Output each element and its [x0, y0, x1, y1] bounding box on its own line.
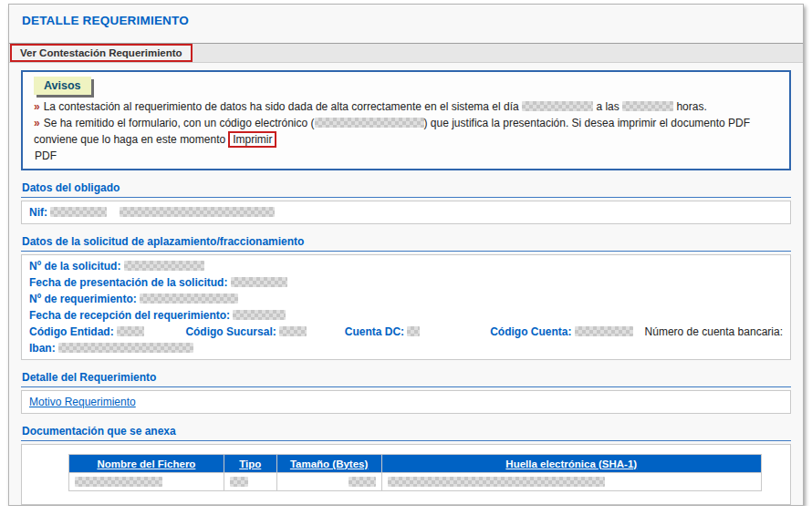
redacted-sha1-value — [388, 477, 605, 487]
codigo-entidad-label: Código Entidad: — [29, 325, 114, 338]
col-header-huella-sha1[interactable]: Huella electrónica (SHA-1) — [381, 455, 762, 473]
tab-bar: Ver Contestación Requerimiento — [9, 43, 803, 63]
imprimir-pdf-link-wrap[interactable]: PDF — [35, 148, 780, 164]
iban-row: Iban: — [29, 340, 783, 356]
section-heading-documentacion: Documentación que se anexa — [21, 423, 791, 441]
num-requerimiento-label: Nº de requerimiento: — [29, 293, 137, 305]
col-header-tamano-bytes[interactable]: Tamaño (Bytes) — [276, 455, 381, 473]
redacted-time-value — [622, 101, 673, 111]
num-solicitud-label: Nº de la solicitud: — [29, 260, 120, 273]
nif-row: Nif: — [29, 204, 783, 221]
codigo-cuenta-segment: Código Cuenta: — [490, 324, 644, 340]
notice-formulario-remitido: »Se ha remitido el formulario, con un có… — [34, 115, 780, 164]
fecha-presentacion-label: Fecha de presentación de la solicitud: — [29, 276, 227, 289]
redacted-cuenta-dc — [407, 326, 420, 336]
section-heading-datos-solicitud: Datos de la solicitud de aplazamiento/fr… — [21, 233, 791, 252]
section-heading-datos-obligado: Datos del obligado — [21, 180, 791, 198]
anexo-table-body — [69, 473, 762, 491]
redacted-obligado-name — [120, 207, 275, 217]
col-header-nombre-fichero[interactable]: Nombre del Fichero — [69, 455, 224, 473]
fecha-recepcion-row: Fecha de recepción del requerimiento: — [29, 307, 783, 324]
fecha-presentacion-row: Fecha de presentación de la solicitud: — [29, 274, 783, 291]
detalle-requerimiento-page: DETALLE REQUERIMIENTO Ver Contestación R… — [8, 4, 804, 506]
redacted-file-type — [230, 477, 248, 487]
bullet-arrow-icon: » — [34, 117, 40, 129]
redacted-codigo-entidad — [117, 326, 144, 336]
redacted-file-size — [349, 477, 376, 487]
numero-cuenta-bancaria-label: Número de cuenta bancaria: — [645, 324, 783, 340]
nif-label: Nif: — [29, 206, 47, 219]
datos-solicitud-box: Nº de la solicitud: Fecha de presentació… — [21, 254, 791, 360]
codigo-sucursal-segment: Código Sucursal: — [185, 324, 344, 340]
cell-tamano — [276, 473, 381, 491]
table-row — [69, 473, 762, 491]
redacted-date-value — [522, 101, 593, 111]
cuenta-dc-segment: Cuenta DC: — [345, 324, 490, 340]
bullet-arrow-icon: » — [34, 100, 40, 113]
cell-nombre-fichero — [69, 473, 224, 491]
tab-ver-contestacion-requerimiento[interactable]: Ver Contestación Requerimiento — [10, 44, 193, 62]
cell-huella — [381, 473, 762, 491]
avisos-label: Avisos — [34, 77, 91, 95]
motivo-requerimiento-link[interactable]: Motivo Requerimiento — [29, 396, 136, 408]
detalle-requerimiento-box: Motivo Requerimiento — [21, 390, 791, 414]
documentacion-box: Nombre del Fichero Tipo Tamaño (Bytes) H… — [21, 444, 791, 505]
notice1-text-after: horas. — [676, 100, 706, 113]
anexo-table: Nombre del Fichero Tipo Tamaño (Bytes) H… — [68, 454, 762, 491]
page-title: DETALLE REQUERIMIENTO — [22, 14, 791, 27]
num-requerimiento-row: Nº de requerimiento: — [29, 291, 783, 307]
avisos-panel: Avisos »La contestación al requerimiento… — [21, 70, 791, 170]
datos-obligado-box: Nif: — [21, 201, 791, 224]
cuenta-bancaria-row: Código Entidad: Código Sucursal: Cuenta … — [29, 324, 783, 340]
cuenta-dc-label: Cuenta DC: — [345, 325, 404, 338]
motivo-row: Motivo Requerimiento — [29, 394, 783, 410]
fecha-recepcion-label: Fecha de recepción del requerimiento: — [29, 309, 230, 322]
codigo-sucursal-label: Código Sucursal: — [185, 325, 276, 338]
codigo-cuenta-label: Código Cuenta: — [490, 325, 571, 338]
redacted-fecha-recepcion — [233, 310, 286, 320]
section-heading-detalle-requerimiento: Detalle del Requerimiento — [21, 369, 791, 387]
redacted-nif-value — [50, 207, 107, 217]
iban-label: Iban: — [29, 342, 56, 355]
anexo-header-row: Nombre del Fichero Tipo Tamaño (Bytes) H… — [69, 455, 762, 473]
num-solicitud-row: Nº de la solicitud: — [29, 258, 783, 274]
anexo-table-head: Nombre del Fichero Tipo Tamaño (Bytes) H… — [69, 455, 762, 473]
notice1-text-before-date: La contestación al requerimiento de dato… — [44, 100, 519, 113]
redacted-iban — [58, 343, 193, 353]
imprimir-pdf-link[interactable]: Imprimir — [228, 131, 276, 148]
redacted-codigo-sucursal — [279, 326, 307, 336]
notice1-text-between: a las — [596, 100, 619, 113]
redacted-file-name — [75, 477, 162, 487]
redacted-num-requerimiento — [140, 294, 238, 304]
col-header-tipo[interactable]: Tipo — [224, 455, 276, 473]
cell-tipo — [224, 473, 276, 491]
redacted-electronic-code — [315, 118, 424, 128]
redacted-codigo-cuenta — [575, 326, 633, 336]
notice-alta-correcta: »La contestación al requerimiento de dat… — [34, 98, 780, 115]
redacted-fecha-presentacion — [231, 277, 287, 287]
redacted-num-solicitud — [124, 261, 204, 271]
codigo-entidad-segment: Código Entidad: — [29, 324, 185, 340]
notice2-text-start: Se ha remitido el formulario, con un cód… — [44, 117, 315, 129]
